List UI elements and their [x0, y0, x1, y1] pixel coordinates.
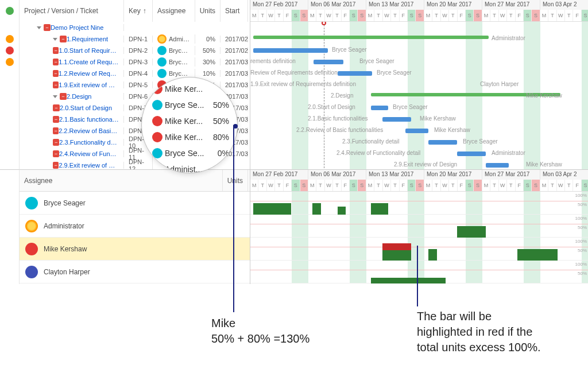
gantt-bar[interactable] — [457, 152, 486, 156]
day-cell: T — [374, 180, 382, 191]
day-cell: T — [490, 180, 498, 191]
load-bar[interactable] — [338, 207, 346, 215]
task-row[interactable]: 1.0.Start of Requireme...DPN-2Bryce Se..… — [20, 45, 250, 56]
load-bar[interactable] — [382, 250, 411, 261]
day-cell: T — [316, 10, 324, 21]
task-link[interactable]: 2.3.Functionality detail — [59, 139, 119, 146]
task-link[interactable]: 2.Design — [67, 93, 91, 100]
load-bar[interactable] — [253, 203, 291, 215]
key-cell: DPN-5 — [124, 81, 153, 88]
load-bar[interactable] — [457, 226, 486, 238]
task-link[interactable]: 1.9.Exit review of Requ... — [59, 81, 119, 88]
avatar — [157, 34, 167, 44]
task-row[interactable]: Demo Project Nine — [20, 22, 250, 33]
units-cell: 30% — [195, 59, 220, 65]
caret-down-icon[interactable] — [53, 95, 57, 98]
units-cell: 10% — [195, 70, 220, 77]
resource-row[interactable]: Clayton Harper — [20, 261, 250, 283]
week-header: Mon 20 Mar 2017 — [424, 170, 482, 180]
day-cell: W — [557, 10, 565, 21]
day-cell: S — [292, 180, 300, 191]
load-bar[interactable] — [428, 249, 437, 261]
col-project[interactable]: Project / Version / Ticket — [20, 0, 124, 22]
load-bar[interactable] — [312, 203, 321, 215]
avatar — [152, 100, 163, 110]
avatar — [157, 69, 167, 78]
status-amber-icon — [6, 58, 14, 66]
day-cell: T — [432, 10, 440, 21]
day-cell: T — [275, 180, 283, 191]
task-link[interactable]: 2.2.Review of Basic fun... — [59, 127, 119, 134]
col-res-units[interactable]: Units — [223, 170, 248, 191]
task-link[interactable]: 2.9.Exit review of Design — [59, 162, 119, 169]
day-cell: T — [333, 180, 341, 191]
day-cell: M — [482, 180, 490, 191]
gantt-bar[interactable] — [382, 117, 411, 122]
task-row[interactable]: 1.2.Review of Requirem...DPN-4Bryce Se..… — [20, 68, 250, 79]
caret-down-icon[interactable] — [37, 26, 41, 29]
gantt-bar[interactable] — [371, 106, 388, 110]
task-link[interactable]: 1.Requirement — [67, 36, 108, 42]
task-link[interactable]: Demo Project Nine — [51, 24, 103, 31]
day-cell: W — [383, 10, 391, 21]
day-cell: W — [325, 10, 333, 21]
load-bar[interactable] — [517, 249, 558, 261]
day-cell: T — [316, 180, 324, 191]
task-link[interactable]: 1.0.Start of Requireme... — [59, 47, 119, 54]
day-cell: S — [474, 10, 482, 21]
day-cell: M — [366, 180, 374, 191]
issue-type-icon — [53, 81, 59, 88]
annotation-mike: Mike 50% + 80% =130% — [211, 316, 310, 347]
task-link[interactable]: 2.0.Start of Design — [60, 104, 112, 111]
key-cell: DPN-4 — [124, 70, 153, 77]
key-cell: DPN-3 — [124, 59, 153, 65]
caret-down-icon[interactable] — [53, 38, 57, 41]
day-cell: S — [524, 10, 532, 21]
load-bar[interactable] — [371, 278, 446, 283]
day-cell: W — [499, 10, 507, 21]
gantt-bar[interactable] — [253, 36, 489, 39]
gantt-bar[interactable] — [486, 163, 509, 168]
resource-name: Mike Kershaw — [44, 245, 87, 253]
task-link[interactable]: 2.4.Review of Functio... — [59, 150, 119, 157]
resource-row[interactable]: Mike Kershaw — [20, 238, 250, 261]
resource-row[interactable]: Bryce Seager — [20, 192, 250, 215]
week-header: Mon 06 Mar 2017 — [308, 0, 366, 10]
load-bar[interactable] — [371, 203, 388, 215]
gantt-bar[interactable] — [314, 60, 343, 64]
day-cell: S — [466, 180, 474, 191]
resource-row[interactable]: Administrator — [20, 215, 250, 238]
day-cell: W — [557, 180, 565, 191]
col-key[interactable]: Key ↑ — [124, 0, 153, 22]
task-link[interactable]: 1.2.Review of Requirem... — [59, 70, 119, 77]
col-start[interactable]: Start — [220, 0, 248, 22]
day-cell: M — [308, 10, 316, 21]
resource-name: Bryce Seager — [44, 199, 86, 207]
day-cell: S — [350, 180, 358, 191]
start-cell: 2017/02 — [220, 36, 248, 42]
col-assignee[interactable]: Assignee — [153, 0, 195, 22]
gantt-bar[interactable] — [253, 48, 328, 53]
task-link[interactable]: 2.1.Basic functionalities — [59, 116, 119, 123]
task-row[interactable]: 1.1.Create of Requirem...DPN-3Bryce Se..… — [20, 56, 250, 68]
day-cell: S — [416, 10, 424, 21]
gantt-bar[interactable] — [338, 71, 372, 76]
day-cell: T — [449, 10, 457, 21]
day-cell: S — [466, 10, 474, 21]
bar-label: Bryce Seager — [332, 46, 367, 53]
day-cell: T — [391, 180, 399, 191]
task-row[interactable]: 1.RequirementDPN-1Administ...0%2017/02 — [20, 33, 250, 45]
day-cell: S — [524, 180, 532, 191]
day-cell: F — [516, 10, 524, 21]
gantt-bar[interactable] — [428, 140, 457, 145]
day-cell: F — [284, 10, 292, 21]
day-cell: F — [458, 180, 466, 191]
status-amber-icon — [6, 35, 14, 43]
resource-name: Clayton Harper — [44, 268, 90, 276]
week-header: Mon 20 Mar 2017 — [424, 0, 482, 10]
day-cell: S — [292, 10, 300, 21]
col-units[interactable]: Units — [195, 0, 220, 22]
task-link[interactable]: 1.1.Create of Requirem... — [59, 59, 119, 65]
gantt-bar[interactable] — [405, 129, 428, 133]
day-cell: M — [482, 10, 490, 21]
